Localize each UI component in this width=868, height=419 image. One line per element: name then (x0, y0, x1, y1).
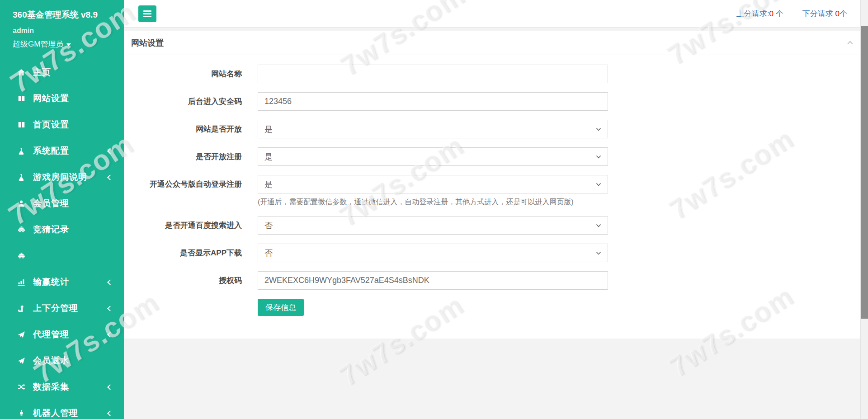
down-score-requests-link[interactable]: 下分请求 0个 (802, 9, 847, 19)
bar-chart-icon (16, 278, 26, 287)
taxi-icon (16, 251, 26, 260)
main-area: 上分请求:0 个 下分请求 0个 网站设置 网站名称后台进入安全码网站是否开放是… (124, 0, 868, 419)
flask-icon (16, 173, 26, 182)
sidebar-item-label: 上下分管理 (33, 302, 78, 314)
user-role-label: 超级GM管理员 (13, 40, 63, 48)
site-name-input[interactable] (258, 65, 608, 83)
sidebar-item-label: 竞猜记录 (33, 224, 69, 235)
form-rows: 网站名称后台进入安全码网站是否开放是是否开放注册是开通公众号版自动登录注册是(开… (131, 65, 859, 290)
sidebar-item[interactable]: 首页设置 (0, 112, 124, 138)
form-row: 网站名称 (131, 65, 859, 83)
register-open-select[interactable]: 是 (258, 147, 608, 166)
form-row: 授权码 (131, 271, 859, 290)
navbar-right: 上分请求:0 个 下分请求 0个 (736, 9, 857, 19)
app-title: 360基金管理系统 v8.9 (13, 9, 124, 21)
columns-icon (16, 94, 26, 103)
sidebar-item-label: 首页设置 (33, 119, 69, 131)
panel-title: 网站设置 (131, 38, 164, 48)
chevron-left-icon (107, 332, 113, 338)
sidebar-item[interactable]: 数据采集 (0, 374, 124, 400)
chevron-down-icon (595, 126, 602, 133)
user-name: admin (13, 27, 124, 35)
content-area: 网站设置 网站名称后台进入安全码网站是否开放是是否开放注册是开通公众号版自动登录… (124, 28, 868, 419)
sidebar-item[interactable]: 输赢统计 (0, 269, 124, 295)
collapse-panel-button[interactable] (846, 38, 854, 47)
form-actions: 保存信息 (131, 299, 859, 316)
sidebar-item[interactable]: 游戏房间说明 (0, 164, 124, 190)
chevron-down-icon (595, 181, 602, 188)
columns-icon (16, 120, 26, 129)
up-score-count: 0 (769, 9, 774, 18)
form-row: 是否开通百度搜索进入否 (131, 216, 859, 235)
chevron-left-icon (107, 174, 113, 180)
chevron-left-icon (107, 279, 113, 285)
sidebar-item[interactable]: 会员管理 (0, 190, 124, 217)
sidebar-toggle-button[interactable] (138, 5, 156, 22)
flask-icon (16, 146, 26, 155)
scrollbar-thumb[interactable] (861, 26, 868, 319)
sidebar: 360基金管理系统 v8.9 admin 超级GM管理员 主页网站设置首页设置系… (0, 0, 124, 419)
sidebar-item-label: 会员管理 (33, 198, 69, 209)
sidebar-item[interactable]: 会员返水 (0, 348, 124, 374)
select-value: 是 (264, 151, 273, 162)
form-label: 是否开通百度搜索进入 (131, 216, 258, 235)
sidebar-item-label: 机器人管理 (33, 407, 78, 419)
panel-header: 网站设置 (124, 31, 868, 55)
select-value: 否 (264, 220, 273, 231)
sidebar-menu: 主页网站设置首页设置系统配置游戏房间说明会员管理竞猜记录输赢统计上下分管理代理管… (0, 59, 124, 419)
down-score-count: 0 (835, 9, 840, 18)
scrollbar-track[interactable] (860, 0, 868, 419)
form-row: 网站是否开放是 (131, 120, 859, 138)
site-open-select[interactable]: 是 (258, 120, 608, 138)
sidebar-item[interactable]: 竞猜记录 (0, 217, 124, 243)
chevron-down-icon (595, 222, 602, 229)
user-icon (16, 199, 26, 208)
sidebar-item[interactable]: 系统配置 (0, 138, 124, 164)
sidebar-item-label: 会员返水 (33, 355, 69, 367)
up-score-requests-link[interactable]: 上分请求:0 个 (736, 9, 783, 19)
chevron-left-icon (107, 148, 113, 154)
site-settings-form: 网站名称后台进入安全码网站是否开放是是否开放注册是开通公众号版自动登录注册是(开… (131, 65, 859, 316)
help-text: (开通后，需要配置微信参数，通过微信进入，自动登录注册，其他方式进入，还是可以进… (258, 198, 608, 207)
form-label: 授权码 (131, 271, 258, 290)
form-label: 后台进入安全码 (131, 92, 258, 111)
sidebar-item[interactable]: 网站设置 (0, 85, 124, 112)
chevron-left-icon (107, 306, 113, 311)
sidebar-item[interactable]: 主页 (0, 59, 124, 85)
select-value: 是 (264, 124, 273, 135)
sidebar-item-label: 数据采集 (33, 381, 69, 393)
select-value: 是 (264, 179, 273, 190)
auth-code-input[interactable] (258, 271, 608, 290)
sidebar-item[interactable]: 机器人管理 (0, 400, 124, 419)
caret-down-icon (66, 43, 71, 46)
admin-security-code-input[interactable] (258, 92, 608, 111)
baidu-search-entry-select[interactable]: 否 (258, 216, 608, 235)
sidebar-item[interactable]: 代理管理 (0, 321, 124, 348)
wechat-auto-login-select[interactable]: 是 (258, 175, 608, 193)
form-label: 是否开放注册 (131, 147, 258, 166)
hamburger-icon (143, 10, 151, 12)
user-role-dropdown[interactable]: 超级GM管理员 (13, 39, 124, 49)
form-label: 开通公众号版自动登录注册 (131, 175, 258, 207)
form-label: 是否显示APP下载 (131, 244, 258, 262)
chevron-left-icon (107, 384, 113, 390)
top-navbar: 上分请求:0 个 下分请求 0个 (124, 0, 868, 28)
chevron-left-icon (107, 410, 113, 416)
sidebar-item[interactable]: 上下分管理 (0, 295, 124, 321)
settings-panel: 网站设置 网站名称后台进入安全码网站是否开放是是否开放注册是开通公众号版自动登录… (124, 31, 868, 339)
sidebar-item[interactable] (0, 243, 124, 269)
form-row: 是否开放注册是 (131, 147, 859, 166)
select-value: 否 (264, 248, 273, 259)
taxi-icon (16, 225, 26, 234)
user-panel: 360基金管理系统 v8.9 admin 超级GM管理员 (0, 0, 124, 54)
save-button[interactable]: 保存信息 (258, 299, 304, 316)
page: 360基金管理系统 v8.9 admin 超级GM管理员 主页网站设置首页设置系… (0, 0, 868, 419)
level-up-icon (16, 304, 26, 313)
form-label: 网站名称 (131, 65, 258, 83)
male-icon (16, 409, 26, 418)
home-icon (16, 68, 26, 77)
form-label: 网站是否开放 (131, 120, 258, 138)
paper-plane-icon (16, 356, 26, 365)
chevron-down-icon (595, 153, 602, 160)
show-app-download-select[interactable]: 否 (258, 244, 608, 262)
